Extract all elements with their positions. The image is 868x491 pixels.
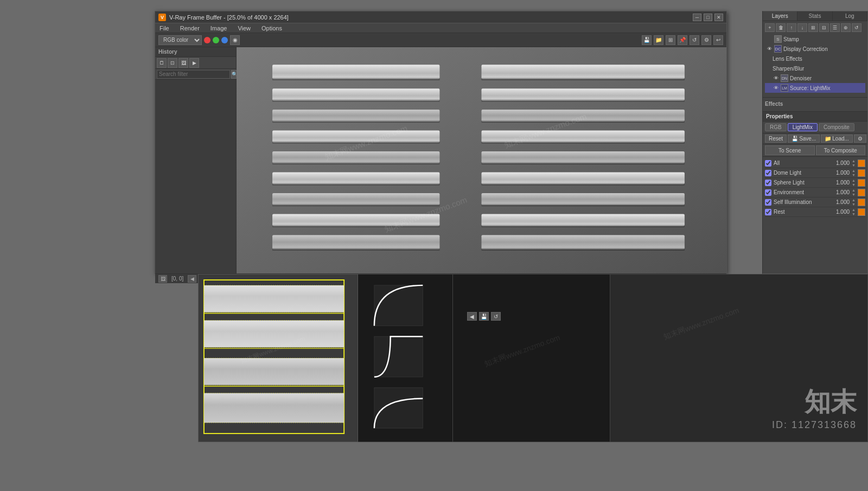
layer-lens-effects[interactable]: Lens Effects: [765, 54, 865, 63]
status-icon-btn[interactable]: 🖼: [158, 275, 167, 283]
to-composite-btn[interactable]: To Composite: [816, 145, 866, 155]
layer-sharpen-blur[interactable]: Sharpen/Blur: [765, 63, 865, 73]
reset-layers-btn[interactable]: ↺: [852, 23, 861, 32]
lm-down-rest[interactable]: ▼: [852, 212, 856, 216]
lm-check-sphere[interactable]: [765, 180, 771, 186]
prop-tab-lightmix[interactable]: LightMix: [788, 123, 818, 131]
lm-name-sphere: Sphere Light: [774, 180, 827, 186]
to-scene-btn[interactable]: To Scene: [765, 145, 815, 155]
lm-down-sphere[interactable]: ▼: [852, 183, 856, 187]
hist-render-btn[interactable]: 🖼: [178, 58, 188, 68]
lm-up-all[interactable]: ▲: [852, 159, 856, 163]
group-btn[interactable]: ⊞: [808, 23, 818, 32]
nav-prev-btn[interactable]: ◀: [188, 275, 196, 283]
eye-dc[interactable]: 👁: [766, 46, 773, 52]
nav-reset-btn[interactable]: ↺: [491, 312, 501, 321]
menu-view[interactable]: View: [235, 25, 253, 31]
menu-render[interactable]: Render: [178, 25, 202, 31]
tab-log[interactable]: Log: [833, 11, 867, 21]
save-render-btn[interactable]: 💾: [642, 35, 652, 45]
hist-compare-btn[interactable]: ⊡: [168, 58, 177, 68]
lm-arrows-sphere: ▲ ▼: [852, 178, 856, 187]
open-btn[interactable]: 📁: [654, 35, 663, 45]
red-dot[interactable]: [204, 37, 210, 43]
lm-down-env[interactable]: ▼: [852, 193, 856, 196]
undo-btn[interactable]: ↩: [713, 35, 723, 45]
tab-stats[interactable]: Stats: [797, 11, 832, 21]
svg-rect-47: [204, 358, 344, 385]
eye-lightmix[interactable]: 👁: [773, 85, 779, 91]
color-wheel-btn[interactable]: ◉: [230, 35, 240, 45]
layer-denoiser[interactable]: 👁 DN Denoiser: [765, 73, 865, 83]
lm-row-all: All 1.000 ▲ ▼: [765, 158, 865, 168]
lm-up-self[interactable]: ▲: [852, 198, 856, 202]
svg-rect-15: [272, 204, 439, 206]
save-btn[interactable]: 💾 Save...: [788, 135, 820, 143]
lm-color-rest[interactable]: [858, 208, 865, 216]
properties-label: Properties: [766, 113, 793, 119]
lm-check-rest[interactable]: [765, 209, 771, 215]
hist-save-btn[interactable]: 🗒: [157, 58, 167, 68]
lm-up-dome[interactable]: ▲: [852, 169, 856, 173]
move-up-btn[interactable]: ↑: [787, 23, 796, 32]
svg-rect-3: [272, 78, 439, 80]
lm-up-rest[interactable]: ▲: [852, 208, 856, 212]
menu-file[interactable]: File: [157, 25, 171, 31]
lm-color-dome[interactable]: [858, 169, 865, 177]
delete-layer-btn[interactable]: 🗑: [776, 23, 786, 32]
load-btn[interactable]: 📁 Load...: [821, 135, 853, 143]
lm-color-self[interactable]: [858, 199, 865, 206]
expand-all-btn[interactable]: ⊕: [841, 23, 851, 32]
tab-layers[interactable]: Layers: [763, 11, 797, 21]
title-bar-left: V V-Ray Frame Buffer - [25.0% of 4000 x …: [158, 14, 289, 21]
render-viewport: 知末网www.znzmo.com 知末网www.znzmo.com 知末网www…: [237, 47, 726, 273]
lm-up-env[interactable]: ▲: [852, 188, 856, 192]
menu-options[interactable]: Options: [259, 25, 284, 31]
layer-stamp[interactable]: S Stamp: [765, 34, 865, 44]
lm-color-env[interactable]: [858, 189, 865, 196]
eye-denoiser[interactable]: 👁: [773, 75, 779, 81]
lm-check-self[interactable]: [765, 199, 771, 206]
more-btn[interactable]: ⚙: [854, 135, 866, 143]
icon-stamp: S: [774, 35, 782, 43]
lm-arrows-self: ▲ ▼: [852, 198, 856, 206]
layer-lightmix-label: Source: LightMix: [790, 85, 864, 91]
layer-display-correction[interactable]: 👁 DC Display Correction: [765, 44, 865, 54]
ungroup-btn[interactable]: ⊟: [819, 23, 829, 32]
pin-btn[interactable]: 📌: [678, 35, 687, 45]
minimize-button[interactable]: ─: [693, 14, 701, 21]
menu-image[interactable]: Image: [208, 25, 229, 31]
green-dot[interactable]: [213, 37, 219, 43]
list-view-btn[interactable]: ☰: [830, 23, 840, 32]
search-input[interactable]: [157, 70, 230, 79]
hist-video-btn[interactable]: ▶: [189, 58, 199, 68]
lm-check-all[interactable]: [765, 160, 771, 167]
lm-color-all[interactable]: [858, 160, 865, 167]
color-mode-dropdown[interactable]: RGB color: [158, 35, 202, 45]
move-down-btn[interactable]: ↓: [797, 23, 807, 32]
close-button[interactable]: ✕: [714, 14, 723, 21]
compare-btn[interactable]: ⊞: [666, 35, 675, 45]
nav-save-btn[interactable]: 💾: [479, 312, 489, 321]
layer-lens-label: Lens Effects: [773, 56, 864, 62]
blue-dot[interactable]: [221, 37, 228, 43]
lm-down-dome[interactable]: ▼: [852, 173, 856, 177]
lm-color-sphere[interactable]: [858, 179, 865, 187]
reset-btn[interactable]: Reset: [765, 135, 787, 143]
new-layer-btn[interactable]: +: [765, 23, 775, 32]
layer-source-lightmix[interactable]: 👁 LM Source: LightMix: [765, 83, 865, 93]
lm-check-dome[interactable]: [765, 170, 771, 176]
lm-check-env[interactable]: [765, 189, 771, 196]
refresh-btn[interactable]: ↺: [690, 35, 699, 45]
maximize-button[interactable]: □: [704, 14, 712, 21]
prop-tab-rgb[interactable]: RGB: [765, 123, 787, 131]
lm-down-self[interactable]: ▼: [852, 202, 856, 206]
prop-tab-composite[interactable]: Composite: [819, 123, 854, 131]
svg-rect-28: [482, 151, 685, 163]
lm-up-sphere[interactable]: ▲: [852, 178, 856, 182]
lm-down-all[interactable]: ▼: [852, 163, 856, 167]
settings-btn[interactable]: ⚙: [701, 35, 711, 45]
lm-val-dome: 1.000: [829, 170, 850, 176]
nav-left-btn[interactable]: ◀: [467, 312, 477, 321]
svg-rect-22: [482, 88, 685, 100]
